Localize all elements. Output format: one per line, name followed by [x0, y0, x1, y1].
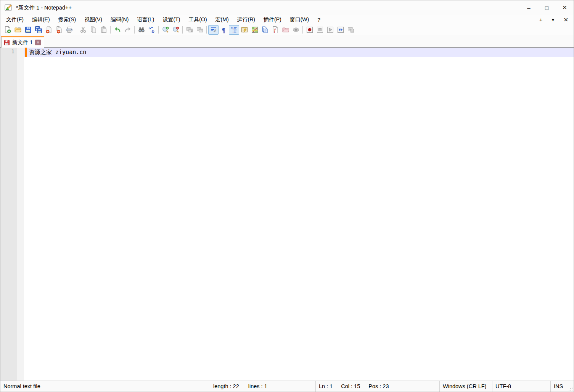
folder-as-workspace-icon[interactable] [280, 25, 291, 35]
length-label: length : 22 [213, 383, 239, 389]
status-insert-mode[interactable]: INS [551, 381, 568, 392]
menu-view[interactable]: 视图(V) [80, 16, 106, 24]
word-wrap-icon[interactable] [208, 25, 219, 35]
editor-area: 1 资源之家 ziyuan.cn [0, 48, 574, 381]
title-bar: *新文件 1 - Notepad++ – □ ✕ [0, 0, 574, 15]
notepadpp-app-icon [4, 3, 13, 12]
paste-icon[interactable] [98, 25, 109, 35]
macro-stop-icon[interactable] [315, 25, 325, 35]
print-icon[interactable] [64, 25, 74, 35]
line-number[interactable]: 1 [0, 48, 17, 381]
document-list-icon[interactable] [260, 25, 270, 35]
define-language-icon[interactable] [239, 25, 249, 35]
menu-edit[interactable]: 编辑(E) [28, 16, 54, 24]
svg-text:¶: ¶ [222, 27, 225, 34]
menu-settings[interactable]: 设置(T) [158, 16, 184, 24]
find-icon[interactable] [136, 25, 146, 35]
status-bar: Normal text file length : 22 lines : 1 L… [0, 381, 574, 392]
tab-close-icon[interactable]: ✕ [35, 40, 41, 45]
new-tab-icon[interactable]: + [539, 16, 543, 23]
save-file-icon[interactable] [23, 25, 33, 35]
menu-tools[interactable]: 工具(O) [184, 16, 211, 24]
menu-language[interactable]: 语言(L) [133, 16, 158, 24]
window-title: *新文件 1 - Notepad++ [16, 4, 72, 11]
close-tab-icon[interactable]: ✕ [563, 16, 568, 23]
cut-icon[interactable] [78, 25, 88, 35]
status-doc-type: Normal text file [0, 381, 210, 392]
status-encoding[interactable]: UTF-8 [492, 381, 551, 392]
replace-icon[interactable]: ab [146, 25, 157, 35]
line-text[interactable]: 资源之家 ziyuan.cn [29, 49, 86, 56]
toolbar-separator [206, 26, 207, 34]
tab-new-file-1[interactable]: 新文件 1 ✕ [1, 36, 44, 48]
document-map-icon[interactable] [249, 25, 260, 35]
minimize-button[interactable]: – [520, 0, 538, 15]
column-position-label: Col : 15 [341, 383, 360, 389]
tab-bar-controls: + ▼ ✕ [539, 16, 568, 23]
copy-icon[interactable] [88, 25, 98, 35]
close-all-icon[interactable] [54, 25, 64, 35]
menu-macro[interactable]: 宏(M) [211, 16, 233, 24]
macro-record-icon[interactable] [304, 25, 315, 35]
toolbar-separator [158, 26, 159, 34]
show-all-characters-icon[interactable]: ¶ [219, 25, 229, 35]
toolbar-separator [76, 26, 76, 34]
tab-label: 新文件 1 [12, 39, 33, 46]
undo-icon[interactable] [112, 25, 122, 35]
char-position-label: Pos : 23 [368, 383, 389, 389]
close-file-icon[interactable] [43, 25, 54, 35]
function-list-icon[interactable]: f [270, 25, 280, 35]
toolbar-separator [134, 26, 135, 34]
line-number-gutter[interactable]: 1 [0, 48, 24, 381]
zoom-in-icon[interactable] [160, 25, 170, 35]
text-editing-area[interactable]: 资源之家 ziyuan.cn [24, 48, 574, 381]
open-file-icon[interactable] [13, 25, 23, 35]
macro-run-multiple-icon[interactable] [335, 25, 346, 35]
menu-encoding[interactable]: 编码(N) [106, 16, 133, 24]
new-file-icon[interactable] [2, 25, 13, 35]
toolbar-separator [302, 26, 303, 34]
document-tab-bar: 新文件 1 ✕ [0, 35, 574, 48]
menu-search[interactable]: 搜索(S) [54, 16, 80, 24]
encoding-label: UTF-8 [495, 383, 511, 389]
macro-play-icon[interactable] [325, 25, 335, 35]
lines-label: lines : 1 [248, 383, 267, 389]
resize-grip-icon[interactable] [568, 381, 574, 392]
sync-horizontal-scroll-icon[interactable] [195, 25, 205, 35]
sync-vertical-scroll-icon[interactable] [184, 25, 195, 35]
menu-help[interactable]: ? [313, 16, 325, 24]
maximize-button[interactable]: □ [538, 0, 556, 15]
menu-file[interactable]: 文件(F) [2, 16, 28, 24]
show-indent-guide-icon[interactable] [229, 25, 239, 35]
menu-plugins[interactable]: 插件(P) [259, 16, 286, 24]
menu-bar: 文件(F) 编辑(E) 搜索(S) 视图(V) 编码(N) 语言(L) 设置(T… [0, 15, 574, 24]
eol-label: Windows (CR LF) [443, 383, 486, 389]
redo-icon[interactable] [122, 25, 133, 35]
doc-type-label: Normal text file [3, 383, 40, 389]
tab-list-icon[interactable]: ▼ [551, 18, 555, 22]
status-cursor-position[interactable]: Ln : 1 Col : 15 Pos : 23 [316, 381, 440, 392]
monitoring-icon[interactable] [291, 25, 301, 35]
status-length-lines[interactable]: length : 22 lines : 1 [210, 381, 316, 392]
notepadpp-window: *新文件 1 - Notepad++ – □ ✕ 文件(F) 编辑(E) 搜索(… [0, 0, 574, 392]
menu-window[interactable]: 窗口(W) [286, 16, 314, 24]
fold-margin[interactable] [17, 48, 24, 381]
unsaved-file-icon [4, 40, 10, 46]
toolbar-separator [182, 26, 183, 34]
toolbar-separator [110, 26, 111, 34]
toolbar: ab ¶ [0, 24, 574, 35]
modified-line-marker [25, 48, 27, 57]
save-all-icon[interactable] [33, 25, 43, 35]
macro-save-icon[interactable] [346, 25, 356, 35]
zoom-out-icon[interactable] [170, 25, 181, 35]
status-eol-format[interactable]: Windows (CR LF) [440, 381, 492, 392]
window-controls: – □ ✕ [520, 0, 574, 15]
code-line-1[interactable]: 资源之家 ziyuan.cn [24, 48, 574, 57]
menu-run[interactable]: 运行(R) [233, 16, 259, 24]
insert-mode-label: INS [554, 383, 563, 389]
line-position-label: Ln : 1 [319, 383, 333, 389]
close-window-button[interactable]: ✕ [556, 0, 574, 15]
